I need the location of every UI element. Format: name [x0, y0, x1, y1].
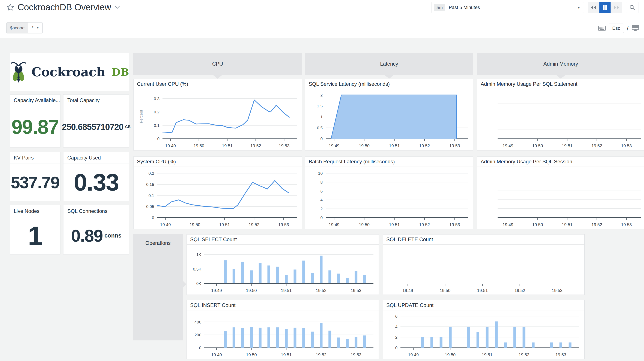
stat-card-kv-pairs: KV Pairs 537.79 [10, 152, 60, 201]
stat-value: 1 [28, 222, 42, 249]
svg-text:19:49: 19:49 [165, 144, 176, 148]
svg-text:0: 0 [199, 346, 201, 350]
stat-card-sql-connections: SQL Connections 0.89 conns [63, 205, 129, 254]
esc-button[interactable]: Esc [609, 24, 624, 33]
dashboard-title-row: CockroachDB Overview [6, 2, 120, 12]
stat-unit: GB [125, 125, 130, 129]
chart-plot-sql-update-count[interactable]: 024619:4919:5019:5119:5219:53 [383, 310, 584, 359]
group-header-latency[interactable]: Latency [305, 53, 473, 74]
page-title: CockroachDB Overview [18, 2, 111, 12]
chart-title: SQL UPDATE Count [383, 300, 584, 310]
svg-text:2: 2 [320, 207, 323, 211]
star-icon[interactable] [6, 4, 14, 11]
svg-text:19:53: 19:53 [556, 352, 566, 357]
svg-text:0: 0 [320, 216, 323, 220]
chart-plot-current-user-cpu[interactable]: 00.10.20.319:4919:5019:5119:5219:53Perce… [134, 89, 302, 150]
slash-separator: / [627, 25, 628, 32]
svg-text:0: 0 [157, 136, 160, 141]
svg-text:19:50: 19:50 [359, 144, 370, 148]
chart-plot-batch-request-latency[interactable]: 024681019:4919:5019:5119:5219:53 [305, 167, 473, 229]
svg-text:1.5: 1.5 [317, 104, 323, 108]
svg-text:19:49: 19:49 [502, 222, 513, 227]
svg-text:19:53: 19:53 [449, 144, 460, 148]
svg-text:19:51: 19:51 [219, 222, 230, 227]
svg-text:0.1: 0.1 [154, 123, 160, 128]
chart-card-admin-memory-statement: Admin Memory Usage Per SQL Statement 19:… [477, 79, 644, 150]
scope-variable-chip[interactable]: $scope * ▼ [6, 22, 43, 34]
top-bar: CockroachDB Overview 5m Past 5 Minutes ▼ [0, 0, 644, 38]
svg-text:19:49: 19:49 [160, 222, 171, 227]
stat-unit: conns [104, 232, 122, 239]
svg-text:19:50: 19:50 [190, 222, 200, 227]
svg-text:19:53: 19:53 [449, 222, 460, 227]
chart-plot-system-cpu[interactable]: 00.050.10.150.219:4919:5019:5119:5219:53 [134, 167, 302, 229]
chart-plot-sql-delete-count[interactable]: 19:4919:5019:5119:5219:53 [383, 244, 584, 294]
svg-text:19:52: 19:52 [250, 144, 261, 148]
stat-value: 99.87 [11, 117, 58, 137]
dashboard: CockroachDB Overview 5m Past 5 Minutes ▼ [0, 0, 644, 361]
group-header-operations[interactable]: Operations [133, 234, 183, 340]
rewind-button[interactable] [588, 2, 599, 13]
svg-text:19:49: 19:49 [329, 222, 339, 227]
chart-plot-admin-memory-session[interactable]: 19:4919:5019:5119:5219:53 [477, 167, 644, 229]
chart-plot-sql-select-count[interactable]: 0K0.5K1K19:4919:5019:5119:5219:53 [187, 244, 378, 294]
svg-text:19:52: 19:52 [592, 222, 602, 227]
stat-card-capacity-available: Capacity Available... 99.87 [10, 94, 60, 148]
group-header-admin-memory[interactable]: Admin Memory [477, 53, 644, 74]
svg-text:19:50: 19:50 [440, 288, 450, 293]
svg-text:19:51: 19:51 [281, 288, 292, 293]
chart-card-sql-service-latency: SQL Service Latency (milliseconds) 00.51… [305, 79, 473, 150]
svg-text:19:51: 19:51 [562, 222, 572, 227]
svg-text:2: 2 [320, 93, 323, 97]
svg-text:19:53: 19:53 [278, 222, 289, 227]
chart-plot-sql-insert-count[interactable]: 020040019:4919:5019:5119:5219:53 [187, 310, 378, 359]
cockroachdb-logo-card: Cockroach DB [10, 53, 129, 91]
stat-value: 537.79 [11, 174, 60, 191]
chart-plot-admin-memory-statement[interactable]: 19:4919:5019:5119:5219:53 [477, 89, 644, 150]
svg-text:19:50: 19:50 [246, 352, 257, 357]
scope-variable-name: $scope [7, 22, 28, 33]
pause-button[interactable] [599, 2, 610, 13]
svg-text:0.5K: 0.5K [193, 267, 201, 272]
time-controls: 5m Past 5 Minutes ▼ [432, 2, 638, 13]
svg-text:6: 6 [395, 314, 398, 318]
svg-text:19:49: 19:49 [402, 288, 413, 293]
playback-controls [588, 2, 622, 13]
svg-text:19:52: 19:52 [419, 222, 430, 227]
svg-text:19:49: 19:49 [502, 144, 513, 148]
monitor-icon[interactable] [632, 25, 639, 32]
keyboard-icon[interactable] [598, 26, 606, 31]
stat-card-live-nodes: Live Nodes 1 [10, 205, 60, 254]
stat-title: Total Capacity [64, 94, 129, 106]
stat-title: Capacity Available... [10, 94, 60, 106]
time-range-select[interactable]: 5m Past 5 Minutes ▼ [432, 2, 584, 13]
stat-title: Live Nodes [10, 205, 60, 217]
fast-forward-button[interactable] [610, 2, 622, 13]
svg-text:0: 0 [152, 216, 154, 220]
svg-text:19:50: 19:50 [246, 288, 257, 293]
chart-title: SQL Service Latency (milliseconds) [305, 79, 473, 89]
svg-text:19:52: 19:52 [316, 352, 326, 357]
svg-text:19:50: 19:50 [532, 144, 543, 148]
chart-card-system-cpu: System CPU (%) 00.050.10.150.219:4919:50… [133, 156, 302, 230]
zoom-out-button[interactable] [626, 2, 638, 13]
chart-plot-sql-service-latency[interactable]: 00.511.5219:4919:5019:5119:5219:53 [305, 89, 473, 150]
svg-text:0.15: 0.15 [146, 182, 154, 187]
svg-text:19:52: 19:52 [316, 288, 326, 293]
magnifier-minus-icon [630, 5, 635, 10]
stat-title: SQL Connections [64, 205, 129, 217]
svg-text:19:53: 19:53 [552, 288, 562, 293]
logo-wordmark-suffix: DB [112, 66, 129, 78]
svg-text:0.1: 0.1 [148, 193, 154, 198]
chart-title: System CPU (%) [134, 157, 302, 167]
group-header-cpu[interactable]: CPU [133, 53, 302, 74]
svg-text:19:49: 19:49 [408, 352, 419, 357]
stat-value: 250.6855710720 [62, 122, 123, 131]
svg-text:19:51: 19:51 [281, 352, 292, 357]
chevron-down-icon[interactable] [114, 6, 120, 9]
scope-value-text: * [32, 25, 34, 31]
chart-card-sql-insert-count: SQL INSERT Count 020040019:4919:5019:511… [186, 300, 379, 359]
svg-text:1: 1 [320, 115, 323, 119]
svg-text:19:52: 19:52 [419, 144, 430, 148]
svg-text:19:50: 19:50 [359, 222, 370, 227]
